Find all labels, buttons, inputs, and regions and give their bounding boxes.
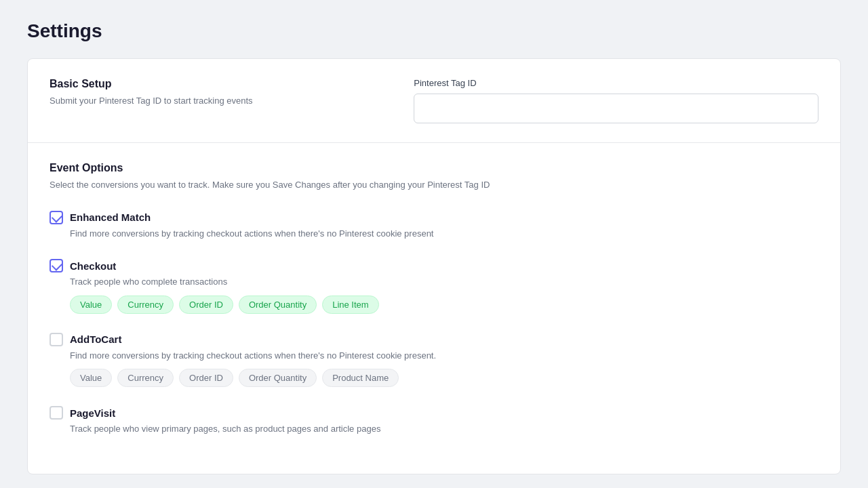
checkout-tag-value: Value: [70, 296, 112, 314]
checkout-tag-order-id: Order ID: [179, 296, 233, 314]
option-enhanced-match-header: Enhanced Match: [50, 211, 818, 224]
option-checkout: Checkout Track people who complete trans…: [50, 259, 818, 314]
option-page-visit: PageVisit Track people who view primary …: [50, 406, 818, 436]
enhanced-match-label: Enhanced Match: [70, 211, 151, 223]
checkout-label: Checkout: [70, 260, 116, 272]
basic-setup-section: Basic Setup Submit your Pinterest Tag ID…: [28, 59, 840, 142]
page-title: Settings: [27, 20, 841, 42]
add-to-cart-tag-order-id: Order ID: [179, 369, 233, 387]
basic-setup-title: Basic Setup: [50, 78, 387, 90]
basic-setup-left: Basic Setup Submit your Pinterest Tag ID…: [50, 78, 387, 108]
checkout-tags: Value Currency Order ID Order Quantity L…: [70, 296, 818, 314]
add-to-cart-description: Find more conversions by tracking checko…: [70, 349, 818, 363]
add-to-cart-tag-product-name: Product Name: [322, 369, 399, 387]
settings-card: Basic Setup Submit your Pinterest Tag ID…: [27, 58, 841, 474]
page-visit-label: PageVisit: [70, 407, 115, 419]
add-to-cart-tag-currency: Currency: [117, 369, 174, 387]
basic-setup-description: Submit your Pinterest Tag ID to start tr…: [50, 94, 387, 108]
add-to-cart-checkbox-wrapper[interactable]: [50, 333, 63, 346]
enhanced-match-description: Find more conversions by tracking checko…: [70, 227, 818, 241]
event-options-title: Event Options: [50, 162, 818, 174]
option-enhanced-match: Enhanced Match Find more conversions by …: [50, 211, 818, 241]
page-visit-description: Track people who view primary pages, suc…: [70, 422, 818, 436]
event-options-section: Event Options Select the conversions you…: [28, 143, 840, 474]
pinterest-tag-id-label: Pinterest Tag ID: [414, 78, 818, 88]
add-to-cart-tags: Value Currency Order ID Order Quantity P…: [70, 369, 818, 387]
page-visit-checkbox-wrapper[interactable]: [50, 406, 63, 420]
checkout-checkbox-wrapper[interactable]: [50, 259, 63, 272]
option-checkout-header: Checkout: [50, 259, 818, 272]
checkout-tag-line-item: Line Item: [322, 296, 378, 314]
checkout-description: Track people who complete transactions: [70, 275, 818, 289]
add-to-cart-label: AddToCart: [70, 333, 121, 345]
basic-setup-right: Pinterest Tag ID: [414, 78, 818, 123]
option-page-visit-header: PageVisit: [50, 406, 818, 420]
option-add-to-cart-header: AddToCart: [50, 333, 818, 346]
enhanced-match-checkbox-wrapper[interactable]: [50, 211, 63, 224]
checkout-tag-currency: Currency: [117, 296, 174, 314]
pinterest-tag-id-input[interactable]: [414, 94, 818, 123]
option-add-to-cart: AddToCart Find more conversions by track…: [50, 333, 818, 388]
checkout-tag-order-quantity: Order Quantity: [239, 296, 317, 314]
add-to-cart-tag-order-quantity: Order Quantity: [239, 369, 317, 387]
event-options-description: Select the conversions you want to track…: [50, 178, 818, 192]
add-to-cart-tag-value: Value: [70, 369, 112, 387]
